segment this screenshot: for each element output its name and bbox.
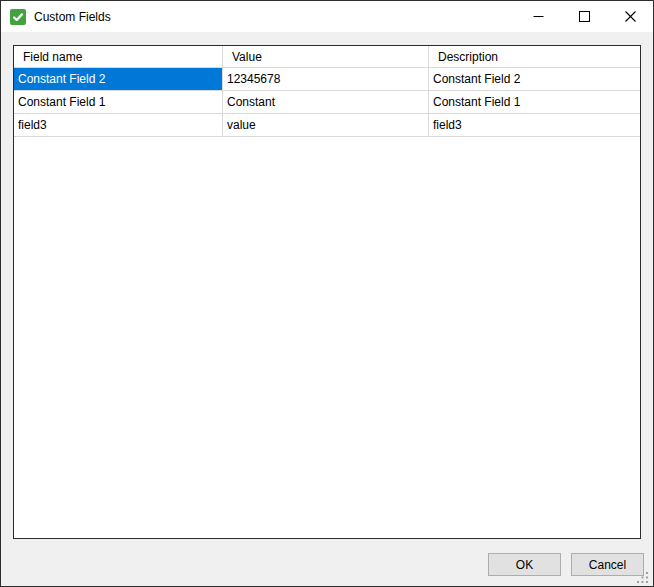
cell-description[interactable]: field3 [429, 114, 640, 137]
table-row[interactable]: field3 value field3 [14, 114, 640, 137]
ok-button[interactable]: OK [488, 553, 561, 576]
minimize-icon [533, 11, 544, 22]
maximize-button[interactable] [561, 1, 607, 32]
custom-fields-table: Field name Value Description Constant Fi… [13, 45, 641, 539]
cell-value[interactable]: 12345678 [223, 68, 429, 91]
cell-description[interactable]: Constant Field 2 [429, 68, 640, 91]
cell-field-name[interactable]: Constant Field 2 [14, 68, 223, 91]
close-button[interactable] [607, 1, 653, 32]
cell-field-name[interactable]: Constant Field 1 [14, 91, 223, 114]
cell-value[interactable]: value [223, 114, 429, 137]
table-row[interactable]: Constant Field 1 Constant Constant Field… [14, 91, 640, 114]
cell-description[interactable]: Constant Field 1 [429, 91, 640, 114]
close-icon [625, 11, 636, 22]
custom-fields-dialog: Custom Fields Field name Value Descripti… [0, 0, 654, 587]
cell-value[interactable]: Constant [223, 91, 429, 114]
window-title: Custom Fields [34, 10, 111, 24]
column-header-value[interactable]: Value [223, 46, 429, 68]
table-header: Field name Value Description [14, 46, 640, 68]
maximize-icon [579, 11, 590, 22]
column-header-description[interactable]: Description [429, 46, 640, 68]
column-header-field-name[interactable]: Field name [14, 46, 223, 68]
green-check-icon [10, 9, 26, 25]
minimize-button[interactable] [515, 1, 561, 32]
cell-field-name[interactable]: field3 [14, 114, 223, 137]
title-bar[interactable]: Custom Fields [1, 1, 653, 32]
table-row[interactable]: Constant Field 2 12345678 Constant Field… [14, 68, 640, 91]
cancel-button[interactable]: Cancel [571, 553, 644, 576]
resize-grip-icon[interactable] [637, 570, 650, 583]
window-controls [515, 1, 653, 32]
